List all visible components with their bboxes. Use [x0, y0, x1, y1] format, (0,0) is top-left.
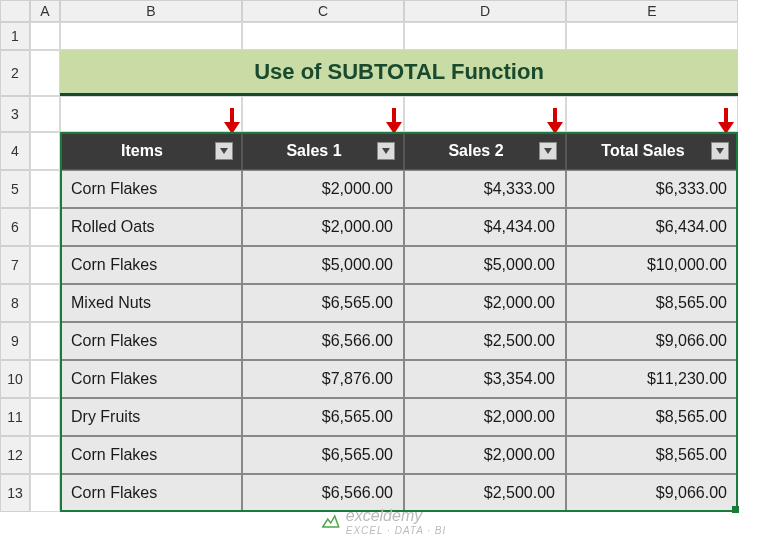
cell-B1[interactable]	[60, 22, 242, 50]
cell-D1[interactable]	[404, 22, 566, 50]
chevron-down-icon	[716, 148, 724, 154]
cell-items[interactable]: Corn Flakes	[60, 360, 242, 398]
cell-sales1[interactable]: $6,565.00	[242, 398, 404, 436]
header-sales1-label: Sales 1	[251, 142, 377, 160]
header-items[interactable]: Items	[60, 132, 242, 170]
filter-button-sales1[interactable]	[377, 142, 395, 160]
cell-total[interactable]: $8,565.00	[566, 284, 738, 322]
row-5[interactable]: 5	[0, 170, 30, 208]
select-all-corner[interactable]	[0, 0, 30, 22]
cell-A10[interactable]	[30, 360, 60, 398]
cell-C1[interactable]	[242, 22, 404, 50]
cell-items[interactable]: Corn Flakes	[60, 436, 242, 474]
cell-items[interactable]: Corn Flakes	[60, 246, 242, 284]
col-B[interactable]: B	[60, 0, 242, 22]
row-10[interactable]: 10	[0, 360, 30, 398]
cell-sales2[interactable]: $2,500.00	[404, 322, 566, 360]
arrow-icon	[545, 108, 565, 138]
cell-items[interactable]: Rolled Oats	[60, 208, 242, 246]
cell-sales2[interactable]: $2,500.00	[404, 474, 566, 512]
cell-E1[interactable]	[566, 22, 738, 50]
watermark-sub: EXCEL · DATA · BI	[346, 525, 447, 536]
cell-D3[interactable]	[404, 96, 566, 132]
arrow-icon	[384, 108, 404, 138]
cell-items[interactable]: Corn Flakes	[60, 322, 242, 360]
cell-total[interactable]: $6,434.00	[566, 208, 738, 246]
cell-B3[interactable]	[60, 96, 242, 132]
cell-A9[interactable]	[30, 322, 60, 360]
cell-sales1[interactable]: $7,876.00	[242, 360, 404, 398]
cell-sales2[interactable]: $2,000.00	[404, 436, 566, 474]
col-D[interactable]: D	[404, 0, 566, 22]
cell-sales2[interactable]: $2,000.00	[404, 398, 566, 436]
header-sales1[interactable]: Sales 1	[242, 132, 404, 170]
header-sales2[interactable]: Sales 2	[404, 132, 566, 170]
cell-sales2[interactable]: $3,354.00	[404, 360, 566, 398]
cell-total[interactable]: $9,066.00	[566, 474, 738, 512]
cell-A11[interactable]	[30, 398, 60, 436]
cell-total[interactable]: $6,333.00	[566, 170, 738, 208]
arrow-icon	[222, 108, 242, 138]
cell-sales1[interactable]: $2,000.00	[242, 170, 404, 208]
row-2[interactable]: 2	[0, 50, 30, 96]
col-E[interactable]: E	[566, 0, 738, 22]
cell-total[interactable]: $8,565.00	[566, 398, 738, 436]
cell-sales1[interactable]: $6,565.00	[242, 284, 404, 322]
row-6[interactable]: 6	[0, 208, 30, 246]
row-1[interactable]: 1	[0, 22, 30, 50]
filter-button-items[interactable]	[215, 142, 233, 160]
header-total[interactable]: Total Sales	[566, 132, 738, 170]
cell-A12[interactable]	[30, 436, 60, 474]
cell-sales1[interactable]: $5,000.00	[242, 246, 404, 284]
row-11[interactable]: 11	[0, 398, 30, 436]
cell-items[interactable]: Dry Fruits	[60, 398, 242, 436]
cell-sales1[interactable]: $2,000.00	[242, 208, 404, 246]
cell-sales2[interactable]: $5,000.00	[404, 246, 566, 284]
cell-A4[interactable]	[30, 132, 60, 170]
row-8[interactable]: 8	[0, 284, 30, 322]
header-sales2-label: Sales 2	[413, 142, 539, 160]
cell-A3[interactable]	[30, 96, 60, 132]
cell-E3[interactable]	[566, 96, 738, 132]
cell-total[interactable]: $10,000.00	[566, 246, 738, 284]
cell-A13[interactable]	[30, 474, 60, 512]
cell-items[interactable]: Corn Flakes	[60, 170, 242, 208]
cell-sales1[interactable]: $6,565.00	[242, 436, 404, 474]
cell-total[interactable]: $11,230.00	[566, 360, 738, 398]
filter-button-sales2[interactable]	[539, 142, 557, 160]
col-C[interactable]: C	[242, 0, 404, 22]
logo-icon	[322, 513, 340, 531]
cell-items[interactable]: Corn Flakes	[60, 474, 242, 512]
row-3[interactable]: 3	[0, 96, 30, 132]
row-12[interactable]: 12	[0, 436, 30, 474]
col-A[interactable]: A	[30, 0, 60, 22]
row-13[interactable]: 13	[0, 474, 30, 512]
cell-sales2[interactable]: $2,000.00	[404, 284, 566, 322]
row-7[interactable]: 7	[0, 246, 30, 284]
row-9[interactable]: 9	[0, 322, 30, 360]
cell-sales2[interactable]: $4,434.00	[404, 208, 566, 246]
chevron-down-icon	[382, 148, 390, 154]
page-title: Use of SUBTOTAL Function	[60, 50, 738, 96]
header-items-label: Items	[69, 142, 215, 160]
filter-button-total[interactable]	[711, 142, 729, 160]
cell-A5[interactable]	[30, 170, 60, 208]
chevron-down-icon	[220, 148, 228, 154]
cell-A1[interactable]	[30, 22, 60, 50]
arrow-icon	[716, 108, 736, 138]
row-4[interactable]: 4	[0, 132, 30, 170]
cell-sales1[interactable]: $6,566.00	[242, 474, 404, 512]
header-total-label: Total Sales	[575, 142, 711, 160]
cell-items[interactable]: Mixed Nuts	[60, 284, 242, 322]
cell-sales2[interactable]: $4,333.00	[404, 170, 566, 208]
cell-A2[interactable]	[30, 50, 60, 96]
cell-C3[interactable]	[242, 96, 404, 132]
cell-total[interactable]: $8,565.00	[566, 436, 738, 474]
cell-A7[interactable]	[30, 246, 60, 284]
cell-A6[interactable]	[30, 208, 60, 246]
chevron-down-icon	[544, 148, 552, 154]
cell-sales1[interactable]: $6,566.00	[242, 322, 404, 360]
cell-A8[interactable]	[30, 284, 60, 322]
cell-total[interactable]: $9,066.00	[566, 322, 738, 360]
